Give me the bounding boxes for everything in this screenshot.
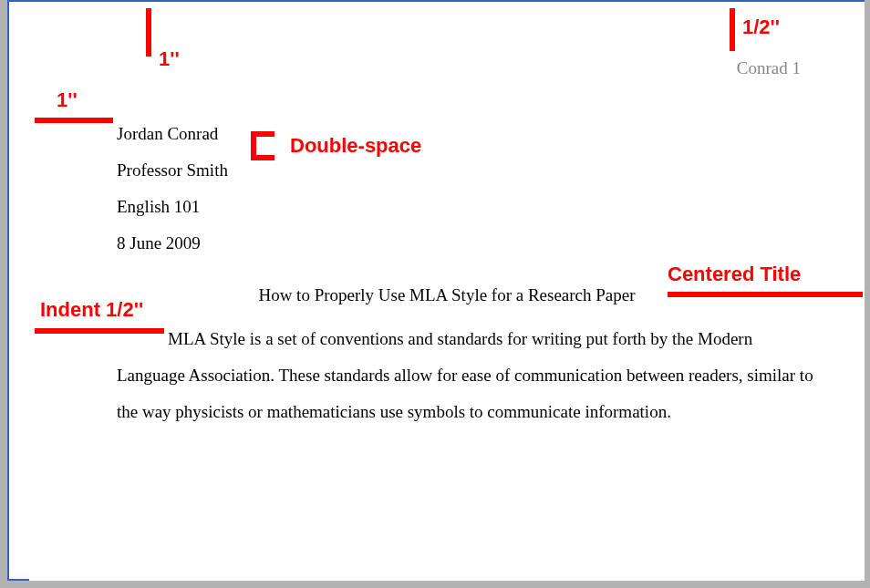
indent-label: Indent 1/2'' [40,298,143,322]
double-space-bracket-top [251,131,274,137]
left-margin-label: 1'' [57,88,78,112]
running-head: Conrad 1 [737,58,801,78]
left-margin-marker [35,118,113,123]
centered-title-label: Centered Title [668,263,801,286]
double-space-bracket-bottom [251,155,274,160]
body-paragraph: MLA Style is a set of conventions and st… [117,321,819,430]
document-page: Conrad 1 Jordan Conrad Professor Smith E… [29,2,865,581]
instructor-name: Professor Smith [117,152,228,189]
mla-heading-block: Jordan Conrad Professor Smith English 10… [117,116,228,262]
top-margin-marker [146,8,151,57]
header-margin-label: 1/2'' [742,15,780,39]
body-text: MLA Style is a set of conventions and st… [117,329,813,421]
document-frame: Conrad 1 Jordan Conrad Professor Smith E… [7,0,865,581]
date: 8 June 2009 [117,225,228,262]
author-name: Jordan Conrad [117,116,228,152]
header-margin-marker [730,8,735,51]
top-margin-label: 1'' [159,47,180,71]
course-name: English 101 [117,189,228,225]
indent-marker [35,328,164,334]
page-content: Conrad 1 Jordan Conrad Professor Smith E… [29,2,865,581]
centered-title-marker [668,292,863,297]
double-space-label: Double-space [290,134,421,158]
